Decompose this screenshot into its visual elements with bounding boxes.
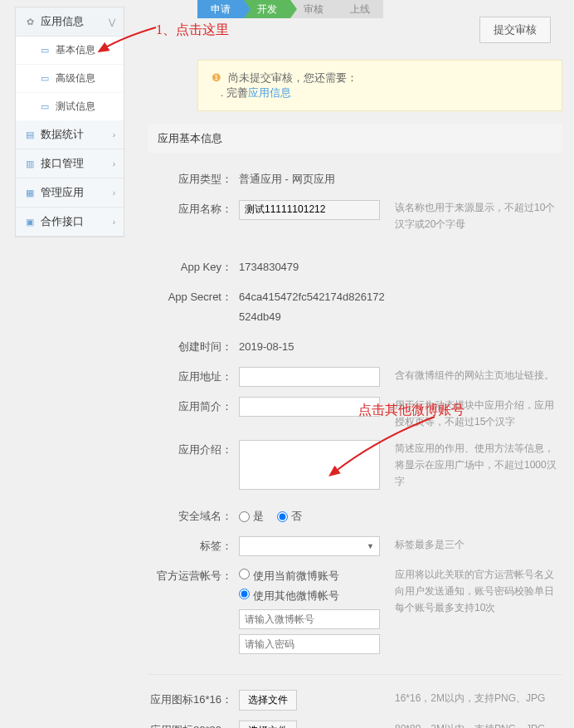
sidebar-label: 基本信息: [56, 43, 95, 57]
hint-app-name: 该名称也用于来源显示，不超过10个汉字或20个字母: [388, 199, 562, 232]
sidebar-stats[interactable]: ▤ 数据统计 ›: [16, 120, 124, 149]
label-op-account: 官方运营帐号：: [148, 566, 239, 586]
input-app-intro[interactable]: [239, 397, 380, 417]
chevron-right-icon: ›: [113, 130, 115, 139]
label-app-type: 应用类型：: [148, 169, 239, 189]
api-icon: ▥: [24, 158, 36, 169]
gear-icon: ✿: [24, 16, 36, 27]
sidebar-label: 数据统计: [41, 127, 84, 142]
radio-account-current[interactable]: 使用当前微博账号: [239, 569, 339, 582]
coop-icon: ▣: [24, 216, 36, 227]
input-app-name[interactable]: [239, 200, 380, 220]
submit-review-button[interactable]: 提交审核: [479, 17, 551, 43]
label-app-addr: 应用地址：: [148, 367, 239, 387]
label-app-name: 应用名称：: [148, 199, 239, 219]
chevron-right-icon: ›: [113, 159, 115, 169]
chevron-right-icon: ›: [113, 217, 115, 227]
btn-file-16[interactable]: 选择文件: [239, 690, 297, 711]
panel-title: 应用基本信息: [148, 125, 562, 153]
hint-icon16: 16*16，2M以内，支持PNG、JPG: [388, 690, 562, 706]
textarea-app-desc[interactable]: [239, 440, 380, 490]
alert-box: ❶ 尚未提交审核，您还需要： . 完善应用信息: [197, 60, 562, 111]
dropdown-icon: ▼: [367, 536, 374, 556]
label-create-time: 创建时间：: [148, 337, 239, 357]
sidebar-label: 应用信息: [41, 14, 84, 29]
hint-icon80: 80*80，2M以内，支持PNG、JPG: [388, 721, 562, 728]
card-icon: ▭: [39, 45, 51, 56]
value-app-secret: 64ca415472fc542174d826172524db49: [239, 287, 388, 327]
radio-safe-yes[interactable]: 是: [239, 506, 264, 526]
label-app-desc: 应用介绍：: [148, 440, 239, 460]
step-review: 审核: [290, 0, 337, 18]
alert-action: 完善: [226, 86, 248, 99]
input-weibo-user[interactable]: [239, 609, 380, 629]
step-apply: 申请: [197, 0, 244, 18]
label-app-secret: App Secret：: [148, 287, 239, 307]
hint-app-addr: 含有微博组件的网站主页地址链接。: [388, 367, 562, 384]
input-weibo-pwd[interactable]: [239, 634, 380, 654]
hint-op-account: 应用将以此关联的官方运营帐号名义向用户发送通知，账号密码校验单日每个账号最多支持…: [388, 566, 562, 616]
value-app-type: 普通应用 - 网页应用: [239, 169, 388, 189]
warning-icon: ❶: [212, 71, 221, 84]
alert-dot: .: [221, 86, 224, 99]
chevron-down-icon: ⋁: [109, 17, 115, 27]
btn-file-80[interactable]: 选择文件: [239, 721, 297, 728]
sidebar-submenu: ▭ 基本信息 ▭ 高级信息 ▭ 测试信息: [16, 37, 124, 120]
sidebar-app-info[interactable]: ✿ 应用信息 ⋁: [16, 7, 124, 37]
card-icon: ▭: [39, 101, 51, 113]
sidebar-coop-api[interactable]: ▣ 合作接口 ›: [16, 208, 124, 237]
hint-app-intro: 用于行为动态模块中应用介绍，应用授权页等，不超过15个汉字: [388, 397, 562, 430]
stats-icon: ▤: [24, 129, 36, 140]
value-create-time: 2019-08-15: [239, 337, 388, 357]
card-icon: ▭: [39, 73, 51, 85]
alert-link[interactable]: 应用信息: [248, 86, 291, 99]
sidebar-adv-info[interactable]: ▭ 高级信息: [16, 65, 124, 93]
step-dev: 开发: [244, 0, 290, 18]
sidebar-label: 高级信息: [56, 71, 95, 86]
input-app-addr[interactable]: [239, 367, 380, 387]
step-online: 上线: [337, 0, 383, 18]
label-tags: 标签：: [148, 536, 239, 556]
sidebar-app-mgmt[interactable]: ▦ 管理应用 ›: [16, 178, 124, 208]
sidebar-label: 管理应用: [41, 185, 84, 200]
radio-safe-no[interactable]: 否: [277, 506, 302, 526]
hint-tags: 标签最多是三个: [388, 536, 562, 553]
sidebar-label: 接口管理: [41, 156, 84, 171]
value-app-key: 1734830479: [239, 257, 388, 277]
sidebar-label: 合作接口: [41, 214, 84, 229]
chevron-right-icon: ›: [113, 188, 115, 198]
hint-app-desc: 简述应用的作用、使用方法等信息，将显示在应用广场中，不超过1000汉字: [388, 440, 562, 490]
label-icon80: 应用图标80*80：: [148, 721, 239, 728]
sidebar-label: 测试信息: [56, 100, 95, 114]
label-app-intro: 应用简介：: [148, 397, 239, 417]
label-icon16: 应用图标16*16：: [148, 690, 239, 710]
alert-text: 尚未提交审核，您还需要：: [228, 71, 358, 84]
label-app-key: App Key：: [148, 257, 239, 277]
main-content: 申请 开发 审核 上线 提交审核 ❶ 尚未提交审核，您还需要： . 完善应用信息…: [148, 0, 562, 728]
radio-account-other[interactable]: 使用其他微博帐号: [239, 589, 339, 602]
select-tags[interactable]: ▼: [239, 536, 380, 556]
divider: [148, 674, 562, 675]
label-safe-domain: 安全域名：: [148, 506, 239, 526]
progress-steps: 申请 开发 审核 上线: [197, 0, 562, 18]
sidebar-api-mgmt[interactable]: ▥ 接口管理 ›: [16, 149, 124, 178]
sidebar-basic-info[interactable]: ▭ 基本信息: [16, 37, 124, 65]
sidebar-test-info[interactable]: ▭ 测试信息: [16, 93, 124, 120]
sidebar: ✿ 应用信息 ⋁ ▭ 基本信息 ▭ 高级信息 ▭ 测试信息 ▤ 数据统计 › ▥…: [15, 7, 124, 237]
app-icon: ▦: [24, 187, 36, 198]
